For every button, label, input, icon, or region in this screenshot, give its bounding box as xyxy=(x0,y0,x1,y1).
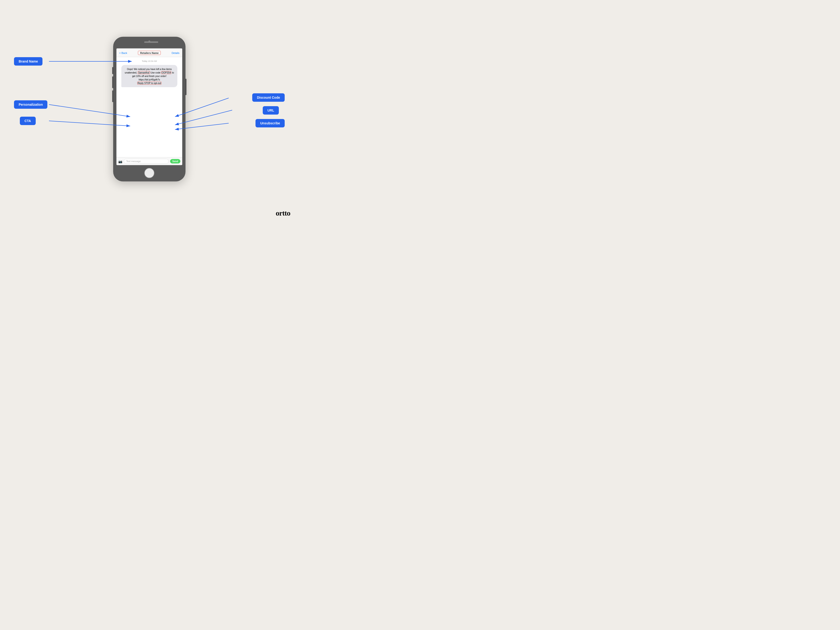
phone-mockup: < Back Retailers Name Details Today 10:3… xyxy=(113,37,185,182)
phone-screen: < Back Retailers Name Details Today 10:3… xyxy=(117,49,182,165)
discount-code-badge: Discount Code xyxy=(252,93,285,102)
url-badge: URL xyxy=(263,106,279,115)
phone-power-button xyxy=(185,79,186,95)
phone-volume-down-button xyxy=(112,90,113,102)
input-placeholder: Text message xyxy=(126,160,141,163)
details-button[interactable]: Details xyxy=(172,52,180,54)
unsubscribe-badge: Unsubscribe xyxy=(256,119,285,127)
personalization-highlight: Samantha! xyxy=(138,71,150,74)
camera-icon[interactable]: 📷 xyxy=(118,159,122,163)
discount-code-highlight: OOPS54 xyxy=(161,71,171,74)
phone-volume-up-button xyxy=(112,77,113,88)
ortto-logo: ortto xyxy=(276,209,290,218)
sms-body: Today 10:34 AM Oops! We noticed you have… xyxy=(117,57,182,157)
cta-badge: CTA xyxy=(20,117,36,125)
phone-home-button[interactable] xyxy=(144,168,155,178)
message-middle1: Use code xyxy=(150,71,161,74)
phone-body: < Back Retailers Name Details Today 10:3… xyxy=(113,37,185,182)
brand-name-badge: Brand Name xyxy=(14,57,43,66)
phone-speaker xyxy=(144,41,158,43)
sms-footer: 📷 Text message Send xyxy=(117,157,182,165)
retailers-name-label: Retailers Name xyxy=(138,51,161,55)
message-timestamp: Today 10:34 AM xyxy=(142,60,157,62)
sms-message-bubble: Oops! We noticed you have left a few ite… xyxy=(122,65,177,87)
sms-header: < Back Retailers Name Details xyxy=(117,49,182,57)
personalization-badge: Personalization xyxy=(14,100,47,109)
unsubscribe-highlight: Reply STOP to opt-out xyxy=(137,82,161,85)
text-message-input[interactable]: Text message xyxy=(124,159,169,164)
send-button[interactable]: Send xyxy=(170,159,180,164)
phone-side-button xyxy=(112,67,113,74)
back-button[interactable]: < Back xyxy=(119,52,127,54)
